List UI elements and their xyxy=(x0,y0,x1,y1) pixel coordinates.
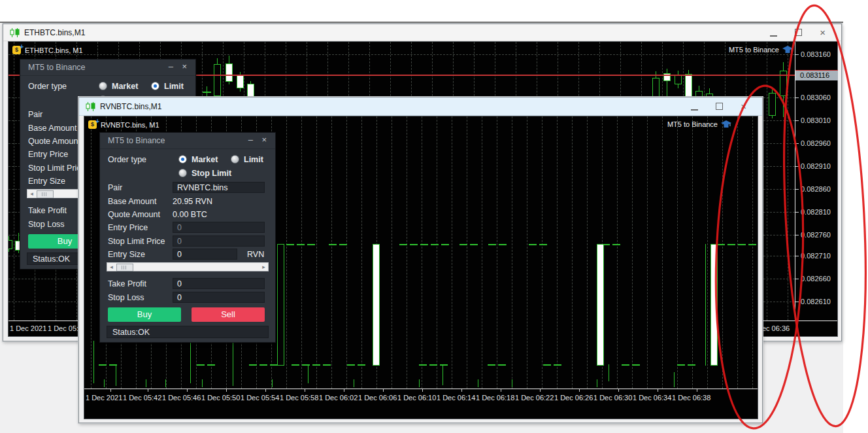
ea-hat-icon xyxy=(782,46,793,54)
candle-dash xyxy=(307,244,315,245)
time-tick xyxy=(265,389,266,392)
pair-input[interactable]: RVNBTC.bins xyxy=(173,182,265,193)
time-tick xyxy=(383,389,384,392)
gridline-v xyxy=(752,116,753,389)
candle-dash xyxy=(499,244,507,245)
volume-tick xyxy=(202,379,203,387)
panel-close-button[interactable]: × xyxy=(261,133,267,148)
maximize-button[interactable] xyxy=(795,29,802,36)
radio-stop-limit[interactable] xyxy=(178,169,187,177)
gridline-v xyxy=(707,116,708,389)
candle-body xyxy=(685,74,692,100)
gridline-v xyxy=(422,116,422,389)
panel-minimize-button[interactable]: – xyxy=(248,133,253,148)
candle-body xyxy=(277,244,284,366)
sell-button[interactable]: Sell xyxy=(192,307,265,322)
gridline-v xyxy=(677,116,678,389)
price-tick-label: 0.082660 xyxy=(801,275,831,283)
gridline-v xyxy=(346,116,347,389)
candle-dash xyxy=(677,364,685,366)
radio-limit[interactable] xyxy=(151,82,159,90)
candle-body xyxy=(237,75,244,88)
radio-market[interactable] xyxy=(99,82,107,90)
gridline-v xyxy=(512,116,512,389)
close-button[interactable]: × xyxy=(741,103,746,110)
gridline-v xyxy=(587,116,588,389)
scrollbar-thumb[interactable] xyxy=(37,190,54,198)
entry-size-scrollbar[interactable]: ◂ ▸ xyxy=(107,262,269,271)
radio-market[interactable] xyxy=(178,155,187,164)
time-tick-label: 1 Dec 06:10 xyxy=(397,394,436,402)
entry-size-input[interactable]: 0 xyxy=(173,249,237,260)
stop-loss-input[interactable]: 0 xyxy=(173,292,265,303)
gridline-v xyxy=(286,116,287,389)
price-tick xyxy=(795,212,799,213)
maximize-button[interactable] xyxy=(716,103,723,110)
candle-body xyxy=(710,244,718,366)
time-tick xyxy=(658,389,658,392)
price-tick-label: 0.082760 xyxy=(801,231,831,239)
current-price-label: 0.083116 xyxy=(795,70,838,80)
scrollbar-thumb[interactable] xyxy=(116,264,133,271)
candle-dash xyxy=(347,364,355,366)
time-tick-label: 1 Dec 06:06 xyxy=(358,394,397,402)
rvn-titlebar[interactable]: RVNBTC.bins,M1 × xyxy=(79,97,762,116)
panel-minimize-button[interactable]: – xyxy=(169,60,173,75)
eth-price-axis[interactable]: 0.083116 0.0831600.0830600.0830100.08296… xyxy=(795,42,838,320)
time-tick-label: 1 Dec 06:18 xyxy=(476,394,514,402)
candle-dash xyxy=(399,244,407,245)
buy-button[interactable]: Buy xyxy=(108,307,181,322)
minimize-button[interactable] xyxy=(691,103,698,111)
candle-dash xyxy=(99,364,107,366)
entry-price-input[interactable]: 0 xyxy=(173,222,265,233)
candle-dash xyxy=(323,364,331,366)
candle-lower-wick xyxy=(609,364,609,381)
rvn-window-title: RVNBTC.bins,M1 xyxy=(100,102,161,111)
time-tick-label: 1 Dec 05:2 xyxy=(48,324,82,332)
candle-lower-wick xyxy=(308,364,309,383)
candle-dash xyxy=(612,244,620,245)
take-profit-input[interactable]: 0 xyxy=(173,278,265,289)
time-tick xyxy=(148,389,148,392)
gridline-v xyxy=(692,116,693,389)
minimize-button[interactable] xyxy=(770,29,777,37)
candle-dash xyxy=(419,364,427,366)
price-tick-label: 0.082860 xyxy=(801,185,831,193)
candle-dash xyxy=(312,364,320,366)
time-tick-label: 1 Dec 06:26 xyxy=(554,394,593,402)
candle-dash xyxy=(738,244,746,245)
scroll-left-arrow[interactable]: ◂ xyxy=(107,263,116,271)
time-tick xyxy=(618,389,619,392)
candle-dash xyxy=(554,364,561,366)
scroll-left-arrow[interactable]: ◂ xyxy=(27,190,36,198)
time-tick-label: 1 Dec 05:46 xyxy=(162,394,201,402)
gridline-v xyxy=(482,116,482,389)
eth-ea-badge: MT5 to Binance xyxy=(729,46,793,54)
price-tick-label: 0.083010 xyxy=(801,116,831,124)
candle-dash xyxy=(297,244,305,245)
scroll-right-arrow[interactable]: ▸ xyxy=(259,263,268,271)
price-tick-label: 0.083060 xyxy=(801,94,831,101)
candle-dash xyxy=(286,244,294,245)
close-button[interactable]: × xyxy=(820,29,826,36)
stop-limit-price-input[interactable]: 0 xyxy=(173,235,265,247)
radio-limit[interactable] xyxy=(231,155,239,164)
gridline-h xyxy=(8,54,795,55)
quote-amount-value: 0.00 BTC xyxy=(173,209,207,220)
volume-tick xyxy=(512,379,512,387)
stop-limit-row: Stop Limit xyxy=(108,167,269,180)
time-tick-label: 1 Dec 06:22 xyxy=(515,394,554,402)
gridline-v xyxy=(407,116,407,389)
time-tick-label: 1 Dec 06:38 xyxy=(672,394,710,402)
volume-tick xyxy=(165,379,166,387)
panel-close-button[interactable]: × xyxy=(182,60,187,75)
candle-dash xyxy=(498,364,506,366)
price-tick-label: 0.082710 xyxy=(801,252,831,260)
rvn-time-axis[interactable]: 1 Dec 20211 Dec 05:421 Dec 05:461 Dec 05… xyxy=(84,389,758,419)
gridline-v xyxy=(572,116,573,389)
price-tick xyxy=(795,302,799,302)
gridline-v xyxy=(452,116,452,389)
time-tick-label: 1 Dec 06:30 xyxy=(593,394,632,402)
eth-titlebar[interactable]: ETHBTC.bins,M1 × xyxy=(3,24,841,41)
price-tick-label: 0.082810 xyxy=(801,208,831,216)
